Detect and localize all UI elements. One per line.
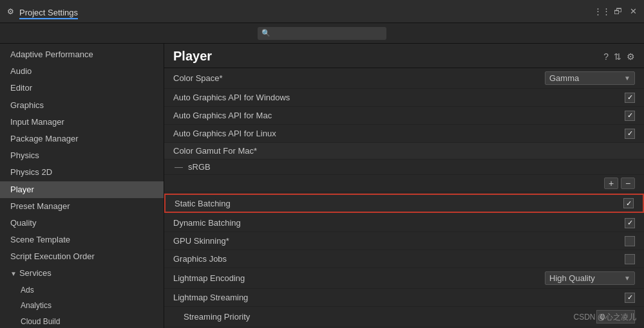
sidebar-item-scene-template[interactable]: Scene Template xyxy=(0,232,164,248)
settings-label: Lightmap Streaming xyxy=(169,293,625,302)
search-input[interactable] xyxy=(273,30,383,37)
sidebar-item-label: Analytics xyxy=(21,300,52,311)
settings-label: Static Batching xyxy=(171,199,623,208)
chevron-down-icon: ▼ xyxy=(10,269,17,278)
settings-row: GPU Skinning* xyxy=(164,232,644,250)
sidebar-item-package-manager[interactable]: Package Manager xyxy=(0,131,164,147)
checkbox[interactable] xyxy=(625,254,635,264)
sidebar-item-physics[interactable]: Physics xyxy=(0,147,164,164)
checkbox[interactable] xyxy=(625,111,635,121)
content-body: Color Space*Gamma▼Auto Graphics API for … xyxy=(164,68,644,328)
sidebar-item-label: Services xyxy=(19,268,52,279)
settings-label: GPU Skinning* xyxy=(169,236,625,246)
checkbox[interactable] xyxy=(623,198,634,208)
search-icon: 🔍 xyxy=(261,29,270,37)
sidebar-item-script-execution-order[interactable]: Script Execution Order xyxy=(0,248,164,265)
settings-label: Lightmap Encoding xyxy=(169,273,545,283)
sidebar-item-services[interactable]: ▼Services xyxy=(0,265,164,282)
checkbox[interactable] xyxy=(625,129,635,139)
expand-icon[interactable]: ⇅ xyxy=(614,51,621,62)
sidebar-item-cloud-build[interactable]: Cloud Build xyxy=(0,314,164,328)
settings-label: Dynamic Batching xyxy=(169,218,625,228)
chevron-down-icon: ▼ xyxy=(619,275,630,282)
main-layout: Adaptive PerformanceAudioEditorGraphicsI… xyxy=(0,44,644,328)
minus-button[interactable]: − xyxy=(621,178,635,189)
sidebar-item-input-manager[interactable]: Input Manager xyxy=(0,114,164,131)
sidebar-item-label: Scene Template xyxy=(10,234,70,246)
settings-row: Streaming Priority xyxy=(164,307,644,327)
gamut-row: —sRGB xyxy=(164,159,644,175)
settings-label: Auto Graphics API for Windows xyxy=(169,93,625,102)
search-area: 🔍 xyxy=(0,23,644,44)
sidebar-item-audio[interactable]: Audio xyxy=(0,63,164,80)
title-bar: ⚙ Project Settings ⋮⋮ 🗗 ✕ xyxy=(0,0,644,23)
checkbox[interactable] xyxy=(625,218,635,228)
number-input[interactable] xyxy=(596,310,635,323)
sidebar-item-label: Input Manager xyxy=(10,116,64,128)
checkbox[interactable] xyxy=(625,93,635,103)
search-wrap[interactable]: 🔍 xyxy=(258,27,386,40)
checkbox[interactable] xyxy=(625,236,635,246)
sidebar-item-analytics[interactable]: Analytics xyxy=(0,298,164,314)
sidebar-item-ads[interactable]: Ads xyxy=(0,282,164,298)
settings-row: Color Space*Gamma▼ xyxy=(164,68,644,89)
checkbox[interactable] xyxy=(625,293,635,303)
sidebar-item-editor[interactable]: Editor xyxy=(0,80,164,96)
window-controls: ⋮⋮ 🗗 ✕ xyxy=(596,6,639,17)
app-icon: ⚙ xyxy=(5,6,15,17)
settings-label: Streaming Priority xyxy=(169,312,596,322)
gamut-label: sRGB xyxy=(188,162,211,172)
settings-row: Auto Graphics API for Linux xyxy=(164,125,644,143)
section-label: Color Gamut For Mac* xyxy=(169,146,257,156)
sidebar-item-player[interactable]: Player xyxy=(0,181,164,198)
sidebar-item-preset-manager[interactable]: Preset Manager xyxy=(0,198,164,215)
sidebar-item-label: Script Execution Order xyxy=(10,251,95,262)
window-title: Project Settings xyxy=(19,8,78,19)
dropdown-value: High Quality xyxy=(549,273,595,283)
close-btn[interactable]: ✕ xyxy=(627,6,639,17)
sidebar-item-quality[interactable]: Quality xyxy=(0,215,164,232)
settings-label: Color Space* xyxy=(169,73,545,83)
sidebar-item-adaptive-performance[interactable]: Adaptive Performance xyxy=(0,46,164,63)
dropdown-value: Gamma xyxy=(549,73,579,83)
settings-row: Auto Graphics API for Windows xyxy=(164,89,644,107)
section-header-row: Color Gamut For Mac* xyxy=(164,143,644,159)
content-header: Player ? ⇅ ⚙ xyxy=(164,44,644,68)
settings-row: Static Batching xyxy=(164,194,644,213)
content-area: Player ? ⇅ ⚙ Color Space*Gamma▼Auto Grap… xyxy=(164,44,644,328)
more-options-btn[interactable]: ⋮⋮ xyxy=(596,6,608,17)
sidebar-item-label: Ads xyxy=(21,285,34,296)
sidebar-item-label: Player xyxy=(10,184,34,196)
maximize-btn[interactable]: 🗗 xyxy=(612,6,623,17)
help-icon[interactable]: ? xyxy=(603,51,609,62)
chevron-down-icon: ▼ xyxy=(619,75,630,82)
settings-row: Dynamic Batching xyxy=(164,214,644,232)
sidebar-item-label: Package Manager xyxy=(10,133,79,145)
settings-row: Auto Graphics API for Mac xyxy=(164,107,644,125)
sidebar-item-label: Graphics xyxy=(10,100,44,111)
sidebar-item-label: Cloud Build xyxy=(21,316,60,327)
sidebar-item-label: Quality xyxy=(10,217,36,229)
settings-row: Lightmap Streaming xyxy=(164,289,644,307)
settings-label: Auto Graphics API for Linux xyxy=(169,129,625,138)
sidebar-item-label: Physics xyxy=(10,150,39,161)
dropdown[interactable]: Gamma▼ xyxy=(545,71,635,85)
sidebar-item-label: Physics 2D xyxy=(10,167,52,178)
plus-minus-row: +− xyxy=(164,175,644,192)
header-icons: ? ⇅ ⚙ xyxy=(603,51,635,62)
gamut-dash: — xyxy=(175,162,183,172)
settings-icon[interactable]: ⚙ xyxy=(627,51,635,62)
sidebar-item-physics-2d[interactable]: Physics 2D xyxy=(0,164,164,181)
content-title: Player xyxy=(173,49,212,64)
settings-row: Graphics Jobs xyxy=(164,250,644,268)
sidebar-item-label: Preset Manager xyxy=(10,201,70,212)
sidebar-item-label: Audio xyxy=(10,66,32,77)
sidebar-item-label: Adaptive Performance xyxy=(10,49,93,60)
settings-label: Auto Graphics API for Mac xyxy=(169,111,625,120)
dropdown[interactable]: High Quality▼ xyxy=(545,271,635,285)
plus-button[interactable]: + xyxy=(604,178,618,189)
settings-row: Lightmap EncodingHigh Quality▼ xyxy=(164,268,644,289)
settings-label: Graphics Jobs xyxy=(169,254,625,264)
sidebar-item-graphics[interactable]: Graphics xyxy=(0,97,164,114)
sidebar: Adaptive PerformanceAudioEditorGraphicsI… xyxy=(0,44,164,328)
